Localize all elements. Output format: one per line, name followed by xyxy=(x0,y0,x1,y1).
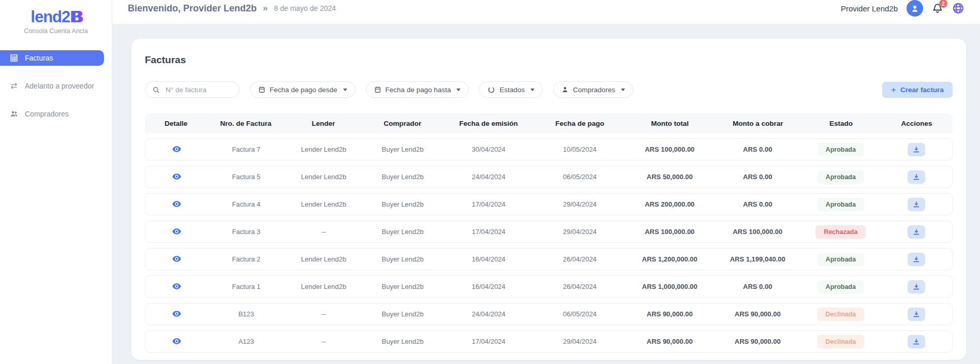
invoice-number: Factura 4 xyxy=(207,200,285,208)
eye-icon xyxy=(172,145,181,153)
download-button[interactable] xyxy=(908,335,925,348)
filter-label: Fecha de pago desde xyxy=(270,86,337,94)
filter-label: Compradores xyxy=(573,86,615,94)
app-window: lend2B Consola Cuenta Ancla Facturas Ade… xyxy=(0,0,980,364)
user-name: Provider Lend2b xyxy=(841,4,898,13)
invoice-number: A123 xyxy=(207,338,285,345)
payment-date: 06/05/2024 xyxy=(534,173,625,181)
buyer-name: Buyer Lend2b xyxy=(362,310,443,318)
sidebar: lend2B Consola Cuenta Ancla Facturas Ade… xyxy=(0,0,112,364)
create-invoice-button[interactable]: + Crear factura xyxy=(882,82,953,98)
sidebar-item-facturas[interactable]: Facturas xyxy=(0,50,104,66)
view-detail-button[interactable] xyxy=(171,282,182,291)
status-circle-icon xyxy=(487,86,495,94)
table-grid-icon xyxy=(10,54,18,62)
collectable-amount: ARS 1,199,040.00 xyxy=(714,255,801,263)
column-header-detalle: Detalle xyxy=(145,120,207,127)
issue-date: 17/04/2024 xyxy=(443,338,534,345)
buyer-name: Buyer Lend2b xyxy=(362,200,443,208)
column-header-nro-factura: Nro. de Factura xyxy=(207,120,285,127)
status-badge: Aprobada xyxy=(818,280,864,294)
table-body: Factura 7 Lender Lend2b Buyer Lend2b 30/… xyxy=(145,138,953,353)
download-button[interactable] xyxy=(908,225,925,239)
issue-date: 24/04/2024 xyxy=(443,173,534,181)
collectable-amount: ARS 90,000.00 xyxy=(714,338,801,345)
total-amount: ARS 200,000.00 xyxy=(626,200,714,208)
facturas-card: Facturas Fecha de pago desde xyxy=(131,39,966,360)
sidebar-item-compradores[interactable]: Compradores xyxy=(0,106,112,122)
issue-date: 17/04/2024 xyxy=(443,228,534,236)
issue-date: 16/04/2024 xyxy=(443,255,534,263)
user-avatar[interactable] xyxy=(907,0,923,17)
filter-estados[interactable]: Estados xyxy=(479,81,543,98)
filter-fecha-pago-hasta[interactable]: Fecha de pago hasta xyxy=(366,81,469,98)
download-icon xyxy=(913,228,920,236)
content-area: Facturas Fecha de pago desde xyxy=(112,24,980,364)
status-badge: Aprobada xyxy=(818,143,864,156)
brand-subtitle: Consola Cuenta Ancla xyxy=(0,27,112,35)
lender-name: Lender Lend2b xyxy=(285,255,363,263)
lender-name: Lender Lend2b xyxy=(285,283,363,290)
invoices-table: Detalle Nro. de Factura Lender Comprador… xyxy=(145,113,953,353)
status-badge: Rechazada xyxy=(815,225,866,239)
search-input[interactable] xyxy=(165,85,232,94)
download-button[interactable] xyxy=(908,280,925,294)
lender-name: -- xyxy=(285,228,363,236)
download-icon xyxy=(913,338,920,345)
create-invoice-label: Crear factura xyxy=(900,86,944,94)
topbar: Bienvenido, Provider Lend2b » 8 de mayo … xyxy=(112,0,980,24)
view-detail-button[interactable] xyxy=(171,172,182,181)
collectable-amount: ARS 100,000.00 xyxy=(714,228,801,236)
invoice-search[interactable] xyxy=(145,81,240,98)
payment-date: 26/04/2024 xyxy=(534,255,625,263)
download-icon xyxy=(913,283,920,290)
download-icon xyxy=(913,201,920,208)
sidebar-item-adelanto-a-proveedor[interactable]: Adelanto a proveedor xyxy=(0,78,112,94)
payment-date: 06/05/2024 xyxy=(534,310,625,318)
table-row: Factura 2 Lender Lend2b Buyer Lend2b 16/… xyxy=(145,248,953,270)
column-header-monto-total: Monto total xyxy=(626,120,715,127)
status-badge: Aprobada xyxy=(818,253,864,266)
invoice-number: Factura 7 xyxy=(207,145,285,153)
lender-name: -- xyxy=(285,310,363,318)
column-header-lender: Lender xyxy=(285,120,362,127)
view-detail-button[interactable] xyxy=(171,309,182,318)
filter-compradores[interactable]: Compradores xyxy=(553,81,633,98)
collectable-amount: ARS 0.00 xyxy=(714,283,801,290)
view-detail-button[interactable] xyxy=(171,144,182,154)
filter-fecha-pago-desde[interactable]: Fecha de pago desde xyxy=(250,81,355,98)
download-icon xyxy=(913,311,920,318)
issue-date: 30/04/2024 xyxy=(443,145,534,153)
total-amount: ARS 90,000.00 xyxy=(626,338,714,345)
payment-date: 10/05/2024 xyxy=(534,145,625,153)
download-button[interactable] xyxy=(908,253,925,266)
download-button[interactable] xyxy=(908,198,925,211)
collectable-amount: ARS 0.00 xyxy=(714,200,801,208)
language-globe-button[interactable] xyxy=(952,2,964,14)
download-button[interactable] xyxy=(908,308,925,321)
transfer-arrows-icon xyxy=(10,82,18,90)
buyer-name: Buyer Lend2b xyxy=(362,145,443,153)
download-button[interactable] xyxy=(908,143,925,156)
status-badge: Aprobada xyxy=(818,170,864,184)
total-amount: ARS 1,200,000.00 xyxy=(626,255,714,263)
payment-date: 29/04/2024 xyxy=(534,338,625,345)
issue-date: 24/04/2024 xyxy=(443,310,534,318)
view-detail-button[interactable] xyxy=(171,227,182,236)
eye-icon xyxy=(172,310,181,317)
chevron-down-icon xyxy=(621,89,625,91)
status-badge: Declinada xyxy=(817,308,864,321)
main-area: Bienvenido, Provider Lend2b » 8 de mayo … xyxy=(112,0,980,364)
download-button[interactable] xyxy=(908,170,925,184)
collectable-amount: ARS 0.00 xyxy=(714,145,801,153)
invoice-number: Factura 3 xyxy=(207,228,285,236)
view-detail-button[interactable] xyxy=(171,254,182,264)
view-detail-button[interactable] xyxy=(171,337,182,346)
view-detail-button[interactable] xyxy=(171,199,182,209)
filter-label: Fecha de pago hasta xyxy=(385,86,451,94)
chevron-down-icon xyxy=(456,89,461,91)
sidebar-item-label: Compradores xyxy=(25,110,69,118)
people-icon xyxy=(10,110,18,118)
notifications-button[interactable]: 2 xyxy=(932,3,943,14)
welcome-title: Bienvenido, Provider Lend2b xyxy=(128,3,257,14)
